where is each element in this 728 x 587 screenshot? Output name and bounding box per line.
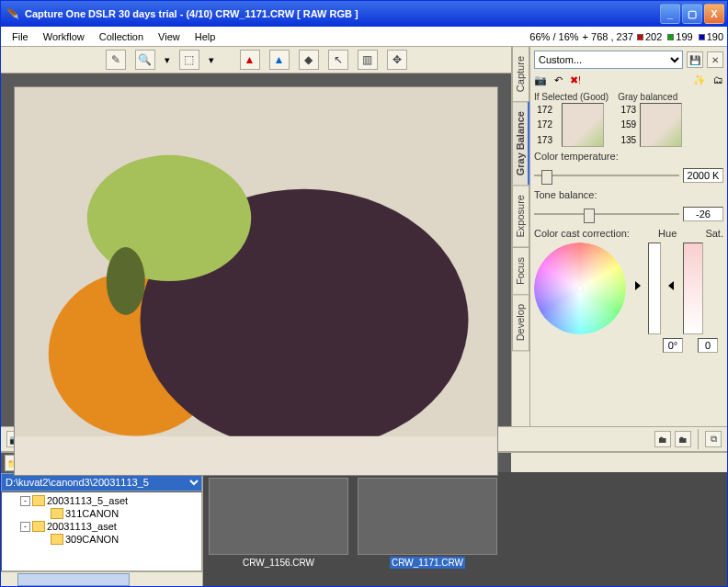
sat-strip[interactable] (683, 243, 703, 334)
thumbnail[interactable]: CRW_1171.CRW (358, 478, 497, 581)
folder-icon (32, 495, 45, 506)
svg-rect-5 (15, 436, 497, 475)
content-area: ✎ 🔍▾ ⬚▾ ▲ ▲ ◆ ↖ ▥ ✥ (1, 47, 727, 586)
pvb-b: 135 (618, 135, 638, 145)
gray-balance-panel: Custom... 💾 ✕ 📷 ↶ ✖! ✨ 🗂 If Selected (Go… (529, 47, 727, 426)
tree-label: 311CANON (65, 508, 119, 519)
image-canvas[interactable] (14, 86, 498, 476)
pva-r: 172 (534, 105, 554, 115)
menu-view[interactable]: View (151, 29, 188, 44)
tree-item[interactable]: -20031113_5_aset (4, 494, 199, 507)
vtab-develop[interactable]: Develop (512, 294, 529, 351)
pva-g: 172 (534, 119, 554, 130)
dev-2-icon[interactable]: 🖿 (675, 431, 691, 447)
reset-icon[interactable]: ✖! (570, 74, 581, 86)
h-scrollbar[interactable] (1, 571, 202, 586)
right-vertical-tabs: Capture Gray Balance Exposure Focus Deve… (511, 47, 529, 426)
eyedropper-tool[interactable]: ✎ (106, 50, 126, 70)
zoom-tool[interactable]: 🔍 (135, 50, 155, 70)
pvb-g: 159 (618, 119, 638, 130)
fit-icon[interactable]: ✥ (387, 50, 407, 70)
vtab-focus[interactable]: Focus (512, 247, 529, 295)
pva-b: 173 (534, 135, 554, 145)
color-temp-slider[interactable] (534, 165, 679, 186)
queue-icon[interactable]: ⧉ (705, 431, 722, 447)
apply-icon[interactable]: 🗂 (713, 74, 723, 86)
hue-label: Hue (658, 228, 677, 239)
preview-b-title: Gray balanced (618, 92, 682, 102)
hue-inc-arrow[interactable] (635, 281, 641, 290)
tone-balance-slider[interactable] (534, 204, 679, 224)
wand-icon[interactable]: ✨ (693, 74, 706, 86)
cursor-coord: + 768 , 237 (583, 31, 633, 42)
warning-r-icon[interactable]: ▲ (240, 50, 260, 70)
readout-b: 190 (699, 31, 723, 42)
pan-tool[interactable]: ↖ (328, 50, 348, 70)
undo-icon[interactable]: ↶ (554, 74, 563, 86)
close-button[interactable]: X (704, 4, 724, 24)
menu-file[interactable]: File (5, 29, 36, 44)
tree-item[interactable]: -20031113_aset (4, 520, 199, 533)
tree-item[interactable]: 309CANON (4, 533, 199, 546)
viewer-toolbar: ✎ 🔍▾ ⬚▾ ▲ ▲ ◆ ↖ ▥ ✥ (1, 47, 511, 73)
dev-1-icon[interactable]: 🖿 (654, 431, 671, 447)
pvb-r: 173 (618, 105, 638, 115)
compare-icon[interactable]: ▥ (358, 50, 378, 70)
preset-select[interactable]: Custom... (534, 51, 683, 69)
main-photo (15, 87, 497, 475)
color-temp-value[interactable]: 2000 K (683, 168, 723, 183)
svg-point-4 (107, 247, 145, 315)
thumbnail-name: CRW_1171.CRW (390, 557, 465, 569)
sat-label: Sat. (705, 228, 723, 239)
menu-workflow[interactable]: Workflow (36, 29, 92, 44)
folder-tree[interactable]: -20031113_5_aset 311CANON -20031113_aset… (1, 491, 202, 571)
title-bar[interactable]: 🪶 Capture One DSLR 30 days trial - (4/10… (1, 1, 727, 27)
color-wheel[interactable] (534, 243, 626, 334)
menu-bar: File Workflow Collection View Help 66% /… (1, 27, 727, 47)
crop-tool[interactable]: ⬚ (179, 50, 199, 70)
folder-icon (51, 534, 63, 545)
folder-icon (32, 521, 45, 532)
vtab-exposure[interactable]: Exposure (512, 185, 529, 247)
vtab-gray-balance[interactable]: Gray Balance (512, 101, 529, 186)
preview-a-title: If Selected (Good) (534, 92, 609, 102)
color-temp-label: Color temperature: (534, 151, 723, 162)
app-icon: 🪶 (6, 8, 19, 20)
tree-label: 309CANON (65, 534, 119, 545)
color-icon[interactable]: ◆ (299, 50, 319, 70)
status-readout: 66% / 16% + 768 , 237 202 199 190 (529, 31, 723, 42)
warning-b-icon[interactable]: ▲ (269, 50, 290, 70)
tree-label: 20031113_5_aset (47, 495, 128, 506)
hue-value[interactable]: 0° (663, 338, 683, 353)
save-preset-icon[interactable]: 💾 (687, 51, 703, 68)
camera-icon[interactable]: 📷 (534, 74, 547, 86)
vtab-capture[interactable]: Capture (512, 46, 529, 102)
thumbnail-image (209, 478, 348, 555)
tone-balance-label: Tone balance: (534, 189, 723, 200)
tree-label: 20031113_aset (47, 521, 117, 532)
viewer-canvas-wrap (1, 73, 511, 489)
delete-preset-icon[interactable]: ✕ (707, 51, 723, 68)
menu-collection[interactable]: Collection (92, 29, 151, 44)
preview-a-swatch (562, 103, 604, 147)
tone-balance-value[interactable]: -26 (683, 207, 723, 221)
preview-b-swatch (640, 103, 682, 147)
folder-icon (51, 508, 63, 519)
tree-item[interactable]: 311CANON (4, 507, 199, 520)
app-window: 🪶 Capture One DSLR 30 days trial - (4/10… (0, 0, 728, 587)
minimize-button[interactable]: _ (660, 4, 680, 24)
thumbnail-image (358, 478, 497, 555)
thumbnail-name: CRW_1156.CRW (241, 557, 316, 569)
color-cast-label: Color cast correction: (534, 228, 630, 239)
hue-dec-arrow[interactable] (668, 281, 674, 290)
readout-g: 199 (667, 31, 692, 42)
thumbnail[interactable]: CRW_1156.CRW (209, 478, 348, 581)
maximize-button[interactable]: ▢ (682, 4, 702, 24)
menu-help[interactable]: Help (188, 29, 223, 44)
sat-value[interactable]: 0 (698, 338, 718, 353)
zoom-readout: 66% / 16% (529, 31, 578, 42)
window-title: Capture One DSLR 30 days trial - (4/10) … (25, 8, 358, 19)
readout-r: 202 (637, 31, 662, 42)
hue-strip[interactable] (648, 243, 661, 334)
